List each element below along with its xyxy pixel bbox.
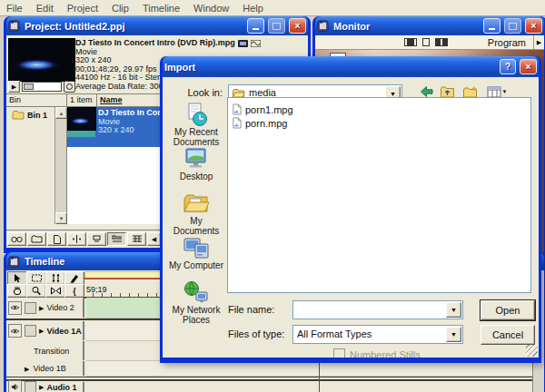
- views-icon: [487, 86, 501, 98]
- razor-tool-button[interactable]: [45, 284, 65, 298]
- bin-column-header[interactable]: Bin: [6, 94, 67, 106]
- menu-help[interactable]: Help: [243, 3, 263, 14]
- track-audio-toggle[interactable]: [8, 380, 22, 392]
- track-divider[interactable]: [6, 379, 533, 381]
- single-view-icon[interactable]: [422, 38, 430, 46]
- track-content-video1b[interactable]: [86, 361, 533, 377]
- file-name-text: porn1.mpg: [245, 104, 293, 115]
- track-header-video2[interactable]: ▶ Video 2: [6, 298, 84, 318]
- track-lock-checkbox[interactable]: [25, 302, 36, 314]
- menu-project[interactable]: Project: [67, 3, 98, 14]
- track-header-video1b[interactable]: ▶ Video 1B: [6, 361, 84, 376]
- preview-transport: ▶: [8, 82, 75, 92]
- selection-tool-button[interactable]: [7, 271, 27, 285]
- place-my-network-places[interactable]: My Network Places: [167, 280, 225, 325]
- find-button[interactable]: [7, 232, 26, 246]
- menu-window[interactable]: Window: [193, 3, 229, 14]
- dialog-help-button[interactable]: ?: [500, 59, 516, 74]
- import-dialog: Import ? × Look in: media ▼ ▼ My Recent …: [160, 56, 541, 363]
- files-of-type-combobox[interactable]: All Format Types ▼: [292, 325, 463, 344]
- track-visibility-toggle[interactable]: [8, 301, 22, 315]
- project-close-button[interactable]: ×: [289, 18, 306, 34]
- icon-view-button[interactable]: [87, 232, 106, 246]
- dialog-close-button[interactable]: ×: [520, 59, 537, 74]
- in-out-tool-button[interactable]: {: [64, 284, 84, 298]
- list-view-button[interactable]: [107, 232, 126, 246]
- monitor-minimize-button[interactable]: [483, 18, 500, 34]
- menu-file[interactable]: File: [6, 3, 23, 14]
- track-visibility-toggle[interactable]: [8, 324, 22, 338]
- scrub-handle[interactable]: [24, 83, 34, 90]
- bin-tree-scrollbar[interactable]: ▲ ▼: [54, 107, 66, 224]
- poster-frame-button[interactable]: [64, 81, 75, 93]
- files-of-type-dropdown-button[interactable]: ▼: [446, 327, 461, 342]
- track-header-video1a[interactable]: ▶ Video 1A: [6, 321, 84, 340]
- dual-view-icon[interactable]: [404, 38, 417, 46]
- toolbar-scroll-left-button[interactable]: ◀: [147, 232, 161, 246]
- hand-icon: [12, 286, 23, 296]
- monitor-menu-arrow-icon[interactable]: ▶: [533, 35, 544, 49]
- open-button-label: Open: [496, 305, 520, 316]
- place-label: My Documents: [167, 216, 225, 236]
- zoom-tool-button[interactable]: [26, 284, 46, 298]
- recent-documents-icon: [183, 103, 210, 127]
- file-list-item[interactable]: porn.mpg: [232, 116, 527, 130]
- magnifier-icon: [31, 286, 42, 296]
- scroll-up-icon[interactable]: ▲: [55, 107, 67, 119]
- menu-edit[interactable]: Edit: [36, 3, 54, 14]
- cancel-button[interactable]: Cancel: [481, 325, 535, 345]
- place-recent-documents[interactable]: My Recent Documents: [167, 103, 225, 147]
- eye-icon: [10, 328, 20, 335]
- monitor-maximize-button[interactable]: [504, 18, 521, 34]
- premiere-window-icon: [317, 20, 330, 32]
- place-my-documents[interactable]: My Documents: [167, 191, 225, 236]
- open-button[interactable]: Open: [481, 300, 535, 320]
- hand-tool-button[interactable]: [7, 284, 27, 298]
- monitor-titlebar[interactable]: Monitor ×: [315, 16, 544, 35]
- file-list[interactable]: porn1.mpg porn.mpg: [227, 97, 531, 293]
- track-content-audio1[interactable]: [86, 382, 533, 392]
- project-titlebar[interactable]: Project: Untitled2.ppj ×: [6, 16, 308, 35]
- resize-bin-area-button[interactable]: [67, 232, 86, 246]
- file-name-dropdown-button[interactable]: ▼: [446, 302, 461, 318]
- file-name-combobox[interactable]: ▼: [292, 300, 463, 319]
- expand-arrow-icon[interactable]: ▶: [25, 366, 29, 372]
- play-button[interactable]: ▶: [8, 81, 20, 93]
- import-dialog-titlebar[interactable]: Import ? ×: [163, 56, 539, 77]
- expand-arrow-icon[interactable]: ▶: [39, 305, 44, 311]
- preview-scrub-slider[interactable]: [22, 82, 62, 92]
- grid-view-button[interactable]: [127, 232, 146, 246]
- scroll-down-icon[interactable]: ▼: [55, 212, 67, 224]
- track-lock-checkbox[interactable]: [25, 325, 36, 337]
- track-divider[interactable]: [6, 377, 533, 377]
- clip-preview-thumbnail[interactable]: [8, 38, 75, 82]
- new-item-button[interactable]: [47, 232, 66, 246]
- chevron-down-icon: ▼: [451, 331, 457, 338]
- track-header-audio1[interactable]: ▶ Audio 1: [6, 382, 84, 392]
- resize-grip[interactable]: [526, 345, 538, 357]
- minimize-icon: [489, 28, 495, 30]
- file-list-item[interactable]: porn1.mpg: [232, 103, 527, 116]
- expand-arrow-icon[interactable]: ▶: [39, 384, 44, 390]
- numbered-stills-checkbox[interactable]: [333, 348, 345, 358]
- trim-view-icon[interactable]: [435, 38, 448, 46]
- file-name-input[interactable]: [294, 302, 445, 318]
- folder-icon: [31, 235, 43, 243]
- brace-icon: {: [73, 287, 76, 296]
- place-my-computer[interactable]: My Computer: [167, 236, 225, 280]
- monitor-close-button[interactable]: ×: [525, 18, 542, 34]
- project-maximize-button[interactable]: [268, 18, 285, 34]
- place-desktop[interactable]: Desktop: [167, 147, 225, 191]
- range-select-tool-button[interactable]: [26, 271, 46, 285]
- project-minimize-button[interactable]: [247, 18, 264, 34]
- expand-arrow-icon[interactable]: ▶: [39, 328, 44, 334]
- track-lock-checkbox[interactable]: [25, 381, 36, 392]
- pen-icon: [69, 273, 80, 283]
- menu-timeline[interactable]: Timeline: [143, 3, 180, 14]
- edit-tool-button[interactable]: [64, 271, 84, 285]
- new-bin-button[interactable]: [27, 232, 46, 246]
- menu-clip[interactable]: Clip: [112, 3, 129, 14]
- track-header-transition[interactable]: Transition: [6, 341, 84, 360]
- track-select-tool-button[interactable]: [45, 271, 65, 285]
- place-label: My Computer: [169, 260, 223, 270]
